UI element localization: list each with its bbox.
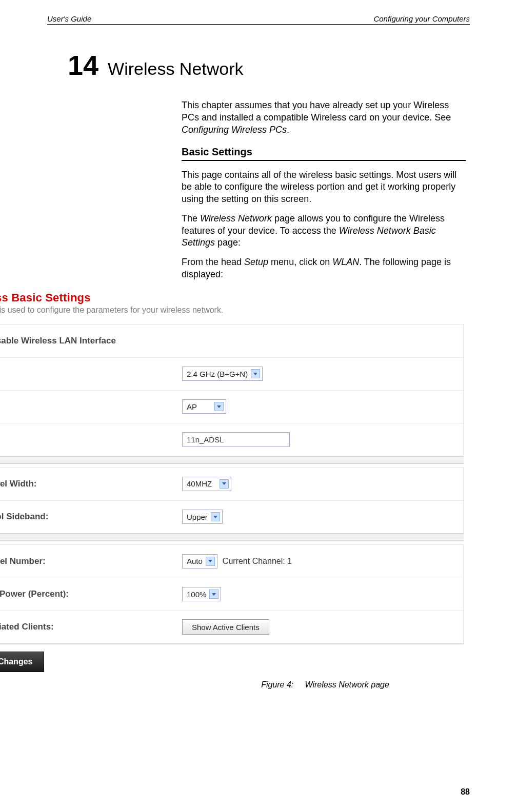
- header-left: User's Guide: [47, 14, 91, 23]
- panel-channel-width: Channel Width: 40MHZ Control Sideband: U…: [0, 467, 464, 534]
- intro-paragraph: This chapter assumes that you have alrea…: [182, 99, 466, 136]
- chevron-down-icon: [206, 557, 215, 566]
- chevron-down-icon: [220, 479, 229, 489]
- sideband-label: Control Sideband:: [0, 502, 171, 531]
- radio-select[interactable]: 100%: [182, 587, 221, 601]
- chapter-heading: 14 Wireless Network: [68, 49, 470, 81]
- section-heading: Basic Settings: [182, 145, 466, 160]
- chwidth-label: Channel Width:: [0, 470, 171, 498]
- chapter-title: Wireless Network: [108, 59, 243, 79]
- sideband-select[interactable]: Upper: [182, 510, 223, 524]
- disable-wlan-row: Disable Wireless LAN Interface: [0, 327, 171, 355]
- page-number: 88: [461, 787, 470, 797]
- chevron-down-icon: [211, 512, 220, 521]
- figure-caption: Figure 4: Wireless Network page: [0, 680, 517, 689]
- band-label: Band:: [0, 359, 171, 388]
- chevron-down-icon: [214, 402, 224, 411]
- chnum-label: Channel Number:: [0, 547, 171, 576]
- ssid-label: SSID:: [0, 425, 171, 454]
- chwidth-select[interactable]: 40MHZ: [182, 477, 231, 491]
- section-p3: From the head Setup menu, click on WLAN.…: [182, 256, 466, 281]
- chevron-down-icon: [251, 369, 260, 378]
- section-p2: The Wireless Network page allows you to …: [182, 213, 466, 249]
- current-channel-text: Current Channel: 1: [223, 557, 292, 566]
- disable-wlan-label: Disable Wireless LAN Interface: [0, 336, 116, 346]
- page-header: User's Guide Configuring your Computers: [47, 14, 470, 25]
- section-p1: This page contains all of the wireless b…: [182, 169, 466, 206]
- ssid-input[interactable]: 11n_ADSL: [182, 432, 290, 446]
- assoc-label: Associated Clients:: [0, 613, 171, 641]
- screenshot-subtitle: This page is used to configure the param…: [0, 304, 517, 321]
- mode-select[interactable]: AP: [182, 399, 226, 414]
- embedded-screenshot: Wireless Basic Settings This page is use…: [0, 288, 517, 689]
- chnum-select[interactable]: Auto: [182, 554, 217, 569]
- chapter-number: 14: [68, 49, 98, 81]
- band-select[interactable]: 2.4 GHz (B+G+N): [182, 367, 263, 381]
- screenshot-title: Wireless Basic Settings: [0, 288, 517, 304]
- panel-channel: Channel Number: Auto Current Channel: 1 …: [0, 544, 464, 644]
- show-active-clients-button[interactable]: Show Active Clients: [182, 619, 269, 635]
- mode-label: Mode:: [0, 392, 171, 421]
- panel-basic: Disable Wireless LAN Interface Band: 2.4…: [0, 324, 464, 457]
- header-right: Configuring your Computers: [373, 14, 470, 23]
- radio-label: Radio Power (Percent):: [0, 580, 171, 608]
- chevron-down-icon: [209, 590, 218, 599]
- apply-changes-button[interactable]: Apply Changes: [0, 652, 44, 672]
